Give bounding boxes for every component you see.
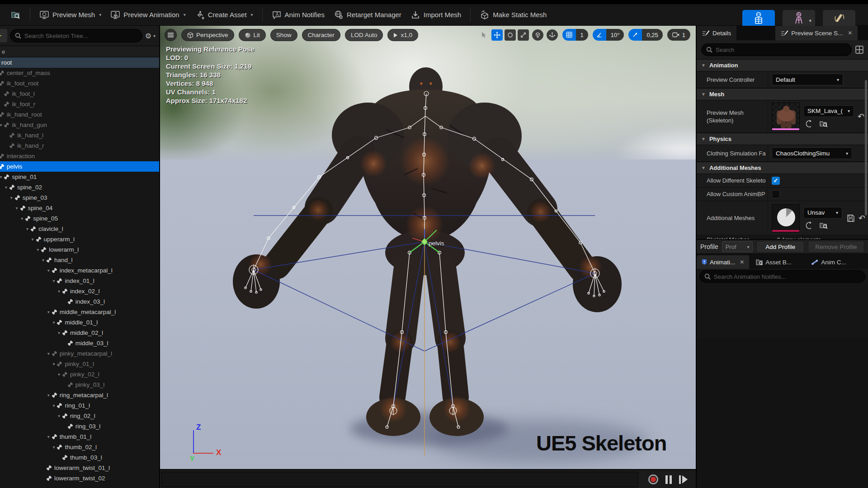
expander-icon[interactable]: ▾ — [46, 434, 52, 439]
details-search[interactable] — [701, 43, 852, 56]
tree-item-hand_l[interactable]: ▾hand_l — [0, 255, 159, 265]
expander-icon[interactable]: ▾ — [51, 320, 57, 325]
expander-icon[interactable]: ▾ — [30, 237, 36, 242]
tree-item-ik_foot_r[interactable]: ▾ik_foot_r — [0, 99, 159, 109]
expander-icon[interactable]: ▾ — [0, 174, 4, 179]
character-button[interactable]: Character — [302, 29, 340, 41]
tree-item-spine_04[interactable]: ▾spine_04 — [0, 203, 159, 213]
tree-item-middle_02_l[interactable]: ▾middle_02_l — [0, 328, 159, 338]
remove-profile-button[interactable]: Remove Profile — [808, 241, 864, 253]
playback-speed-button[interactable]: x1,0 — [387, 29, 418, 41]
grid-snap-control[interactable]: 1 — [562, 29, 588, 41]
tree-item-interaction[interactable]: ▾interaction — [0, 151, 159, 161]
expander-icon[interactable]: ▾ — [46, 268, 52, 273]
expander-icon[interactable]: ▾ — [46, 310, 52, 314]
tab-asset-browser[interactable]: Asset B... — [751, 255, 797, 269]
preview-animation-button[interactable]: Preview Animation ▾ — [106, 7, 190, 23]
display-options-icon[interactable] — [855, 46, 863, 54]
tree-item-ik_foot_root[interactable]: ▾ik_foot_root — [0, 78, 159, 89]
browse-to-asset-icon[interactable] — [820, 221, 828, 230]
make-static-mesh-button[interactable]: Make Static Mesh — [475, 7, 551, 23]
expander-icon[interactable]: ▾ — [14, 206, 20, 211]
tree-item-spine_01[interactable]: ▾spine_01 — [0, 172, 159, 182]
browse-to-asset-icon[interactable] — [820, 120, 828, 128]
notify-search[interactable] — [699, 270, 865, 283]
tree-item-lowerarm_l[interactable]: ▾lowerarm_l — [0, 244, 159, 255]
pause-button[interactable] — [665, 475, 672, 484]
section-physics[interactable]: ▼ Physics — [697, 133, 868, 145]
expander-icon[interactable]: ▾ — [0, 122, 4, 127]
tab-details[interactable]: Details — [697, 26, 736, 40]
lit-button[interactable]: Lit — [239, 29, 266, 41]
expander-icon[interactable]: ▾ — [51, 361, 57, 366]
section-additional-meshes[interactable]: ▼ Additional Meshes — [697, 162, 868, 174]
tree-item-index_02_l[interactable]: ▾index_02_l — [0, 286, 159, 296]
details-search-input[interactable] — [716, 47, 847, 53]
clothing-simulation-dropdown[interactable]: ChaosClothingSimu ▾ — [772, 147, 852, 159]
tree-item-lowerarm_twist_01_l[interactable]: ▾lowerarm_twist_01_l — [0, 463, 159, 473]
close-tab-icon[interactable]: ✕ — [848, 30, 852, 36]
tree-settings-button[interactable]: ⚙▾ — [145, 32, 156, 40]
expander-icon[interactable]: ▾ — [56, 330, 62, 335]
scale-tool-button[interactable] — [518, 29, 529, 41]
save-asset-icon[interactable] — [847, 214, 855, 222]
tree-item-ring_01_l[interactable]: ▾ring_01_l — [0, 400, 159, 411]
preview-mesh-button[interactable]: Preview Mesh ▾ — [35, 7, 106, 23]
tab-anim-notifies[interactable]: Animati... ✕ — [697, 255, 749, 269]
scale-snap-control[interactable]: 0,25 — [628, 29, 662, 41]
viewport[interactable]: Perspective Lit Show Character LOD Auto … — [160, 26, 696, 469]
tree-item-middle_metacarpal_l[interactable]: ▾middle_metacarpal_l — [0, 307, 159, 317]
expander-icon[interactable]: ▾ — [24, 226, 30, 231]
notify-search-input[interactable] — [714, 273, 860, 280]
skeleton-tree-search[interactable] — [10, 29, 142, 42]
step-forward-button[interactable] — [679, 475, 688, 484]
tree-item-index_metacarpal_l[interactable]: ▾index_metacarpal_l — [0, 265, 159, 276]
expander-icon[interactable]: ▾ — [3, 185, 9, 190]
tree-item-ik_hand_gun[interactable]: ▾ik_hand_gun — [0, 120, 159, 130]
tree-item-thumb_02_l[interactable]: ▾thumb_02_l — [0, 442, 159, 452]
tree-item-ik_hand_root[interactable]: ▾ik_hand_root — [0, 109, 159, 120]
expander-icon[interactable]: ▾ — [46, 393, 52, 398]
use-selected-asset-icon[interactable] — [805, 221, 813, 230]
tree-item-pinky_03_l[interactable]: ▾pinky_03_l — [0, 380, 159, 390]
expander-icon[interactable]: ▾ — [56, 413, 62, 418]
tree-item-index_03_l[interactable]: ▾index_03_l — [0, 296, 159, 307]
anim-notifies-button[interactable]: Anim Notifies — [267, 7, 329, 23]
additional-meshes-thumbnail[interactable] — [772, 204, 800, 232]
viewport-menu-button[interactable] — [165, 29, 177, 41]
tree-item-root[interactable]: ▾root — [0, 57, 159, 68]
transform-axes-button[interactable] — [547, 29, 558, 41]
additional-meshes-dropdown[interactable]: Unsav ▾ — [803, 207, 842, 219]
tree-item-ik_hand_l[interactable]: ▾ik_hand_l — [0, 130, 159, 141]
profile-dropdown[interactable]: Prof ▾ — [722, 241, 753, 252]
tree-item-upperarm_l[interactable]: ▾upperarm_l — [0, 234, 159, 244]
rotate-tool-button[interactable] — [505, 29, 516, 41]
tree-item-pelvis[interactable]: ▾pelvis — [0, 161, 159, 172]
show-button[interactable]: Show — [270, 29, 297, 41]
allow-different-skeletons-checkbox[interactable]: ✓ — [772, 177, 780, 185]
tree-item-middle_03_l[interactable]: ▾middle_03_l — [0, 338, 159, 348]
skeleton-mode-button[interactable] — [742, 10, 775, 28]
browse-asset-button[interactable] — [6, 7, 25, 23]
tree-item-pinky_01_l[interactable]: ▾pinky_01_l — [0, 359, 159, 369]
close-tab-icon[interactable]: ✕ — [740, 259, 744, 265]
expander-icon[interactable]: ▾ — [51, 445, 57, 450]
tree-item-middle_01_l[interactable]: ▾middle_01_l — [0, 317, 159, 328]
tree-item-spine_03[interactable]: ▾spine_03 — [0, 192, 159, 203]
tree-item-center_of_mass[interactable]: ▾center_of_mass — [0, 68, 159, 78]
tree-item-ring_02_l[interactable]: ▾ring_02_l — [0, 411, 159, 421]
expander-icon[interactable]: ▾ — [40, 258, 46, 263]
tree-item-clavicle_l[interactable]: ▾clavicle_l — [0, 224, 159, 234]
preview-mesh-thumbnail[interactable] — [772, 103, 800, 131]
select-tool-button[interactable] — [478, 29, 490, 41]
tree-item-spine_02[interactable]: ▾spine_02 — [0, 182, 159, 192]
expander-icon[interactable]: ▾ — [56, 372, 62, 377]
retarget-manager-button[interactable]: Retarget Manager — [329, 7, 406, 23]
physics-mode-button[interactable] — [823, 10, 855, 28]
tree-item-index_01_l[interactable]: ▾index_01_l — [0, 276, 159, 286]
tree-item-pinky_02_l[interactable]: ▾pinky_02_l — [0, 369, 159, 380]
import-mesh-button[interactable]: Import Mesh — [406, 7, 466, 23]
skeleton-tree-search-input[interactable] — [24, 33, 137, 39]
tree-item-ik_foot_l[interactable]: ▾ik_foot_l — [0, 89, 159, 99]
tab-anim-curves[interactable]: Anim C... — [807, 255, 851, 269]
